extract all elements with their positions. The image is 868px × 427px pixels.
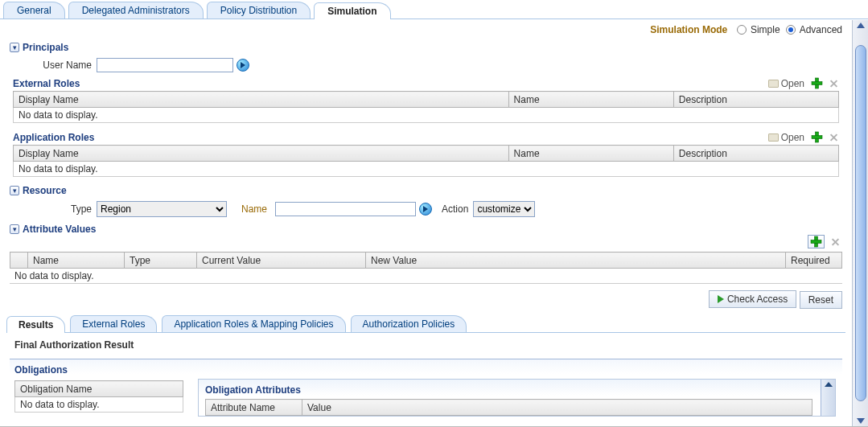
svg-rect-5 bbox=[811, 240, 821, 244]
resource-name-input[interactable] bbox=[275, 202, 416, 216]
resource-name-go-icon[interactable] bbox=[419, 203, 432, 216]
radio-simple-label: Simple bbox=[751, 24, 780, 35]
open-label: Open bbox=[781, 78, 804, 89]
obligation-attributes-scrollbar[interactable] bbox=[821, 380, 835, 416]
open-label: Open bbox=[781, 132, 804, 143]
tab-results[interactable]: Results bbox=[6, 316, 65, 333]
folder-icon bbox=[768, 80, 779, 88]
radio-advanced[interactable] bbox=[786, 25, 796, 35]
tab-simulation[interactable]: Simulation bbox=[314, 2, 390, 19]
folder-icon bbox=[768, 133, 779, 142]
attribute-values-table: Name Type Current Value New Value Requir… bbox=[10, 252, 842, 269]
scroll-thumb[interactable] bbox=[855, 45, 866, 401]
collapse-icon[interactable]: ▾ bbox=[10, 43, 19, 52]
application-roles-delete-icon[interactable] bbox=[828, 132, 839, 143]
col-required[interactable]: Required bbox=[786, 253, 842, 269]
external-roles-table: Display Name Name Description bbox=[13, 91, 839, 108]
application-roles-nodata: No data to display. bbox=[13, 162, 839, 177]
resource-title: Resource bbox=[23, 185, 67, 196]
attribute-values-nodata: No data to display. bbox=[10, 269, 842, 284]
col-value[interactable]: Value bbox=[302, 400, 812, 416]
resource-type-select[interactable]: Region bbox=[97, 201, 227, 217]
external-roles-delete-icon[interactable] bbox=[828, 78, 839, 89]
attribute-delete-icon[interactable] bbox=[829, 236, 841, 248]
external-roles-block: External Roles Open Display Name Name bbox=[13, 77, 839, 123]
reset-button[interactable]: Reset bbox=[800, 291, 842, 309]
collapse-icon[interactable]: ▾ bbox=[10, 224, 19, 234]
resource-action-label: Action bbox=[442, 203, 468, 215]
principals-title: Principals bbox=[23, 42, 68, 53]
col-description[interactable]: Description bbox=[673, 146, 838, 162]
attribute-add-button[interactable] bbox=[808, 235, 825, 248]
radio-simple[interactable] bbox=[737, 25, 747, 35]
username-label: User Name bbox=[10, 60, 97, 71]
col-obligation-name[interactable]: Obligation Name bbox=[15, 381, 183, 397]
col-name[interactable]: Name bbox=[508, 146, 673, 162]
button-bar: Check Access Reset bbox=[3, 290, 842, 309]
col-name[interactable]: Name bbox=[28, 253, 125, 269]
col-attribute-name[interactable]: Attribute Name bbox=[206, 400, 302, 416]
results-tabs: Results External Roles Application Roles… bbox=[6, 314, 845, 333]
plus-icon bbox=[810, 236, 822, 248]
external-roles-nodata: No data to display. bbox=[13, 108, 839, 123]
col-display-name[interactable]: Display Name bbox=[14, 146, 509, 162]
results-area: Final Authorization Result Obligations O… bbox=[10, 339, 842, 418]
scroll-down-icon[interactable] bbox=[857, 418, 865, 424]
application-roles-title: Application Roles bbox=[13, 132, 94, 143]
external-roles-open-link[interactable]: Open bbox=[768, 78, 804, 89]
resource-type-label: Type bbox=[10, 203, 97, 215]
collapse-icon[interactable]: ▾ bbox=[10, 186, 19, 195]
scroll-up-icon[interactable] bbox=[825, 382, 833, 387]
tab-authorization-policies[interactable]: Authorization Policies bbox=[351, 315, 467, 332]
col-type[interactable]: Type bbox=[125, 253, 197, 269]
resource-section: ▾ Resource Type Region Name Action custo… bbox=[10, 185, 842, 217]
application-roles-block: Application Roles Open Display Name Name bbox=[13, 131, 839, 177]
top-tabs: General Delegated Administrators Policy … bbox=[0, 0, 868, 19]
col-selector[interactable] bbox=[10, 253, 28, 269]
external-roles-add-icon[interactable] bbox=[811, 77, 823, 89]
resource-action-select[interactable]: customize bbox=[473, 201, 535, 217]
tab-app-roles-mapping[interactable]: Application Roles & Mapping Policies bbox=[162, 315, 345, 332]
username-input[interactable] bbox=[97, 58, 233, 72]
tab-general[interactable]: General bbox=[3, 2, 65, 18]
obligation-attributes-panel: Obligation Attributes Attribute Name Val… bbox=[198, 379, 836, 417]
col-new-value[interactable]: New Value bbox=[366, 253, 786, 269]
col-display-name[interactable]: Display Name bbox=[14, 92, 509, 108]
reset-label: Reset bbox=[808, 294, 833, 306]
tab-policy-distribution[interactable]: Policy Distribution bbox=[207, 2, 311, 18]
tab-external-roles[interactable]: External Roles bbox=[70, 315, 157, 332]
application-roles-open-link[interactable]: Open bbox=[768, 132, 804, 143]
check-access-button[interactable]: Check Access bbox=[709, 290, 796, 308]
username-go-icon[interactable] bbox=[237, 59, 249, 72]
tab-delegated-administrators[interactable]: Delegated Administrators bbox=[68, 2, 204, 18]
col-name[interactable]: Name bbox=[508, 92, 673, 108]
application-roles-table: Display Name Name Description bbox=[13, 145, 839, 162]
resource-name-label: Name bbox=[241, 203, 272, 215]
obligation-attributes-title: Obligation Attributes bbox=[205, 384, 829, 396]
simulation-mode-label: Simulation Mode bbox=[650, 24, 727, 35]
obligations-left: Obligation Name No data to display. bbox=[14, 379, 183, 413]
principals-section: ▾ Principals User Name External Roles Op… bbox=[10, 42, 842, 177]
external-roles-title: External Roles bbox=[13, 78, 80, 89]
obligations-section: Obligations Obligation Name No data to d… bbox=[10, 359, 842, 418]
application-roles-add-icon[interactable] bbox=[811, 131, 823, 143]
col-current-value[interactable]: Current Value bbox=[197, 253, 366, 269]
attribute-values-title: Attribute Values bbox=[23, 224, 96, 235]
svg-rect-3 bbox=[812, 136, 822, 139]
final-authorization-result-title: Final Authorization Result bbox=[14, 339, 837, 351]
simulation-mode-row: Simulation Mode Simple Advanced bbox=[3, 19, 849, 39]
svg-rect-1 bbox=[812, 82, 822, 85]
check-access-label: Check Access bbox=[727, 294, 788, 305]
content-area: Simulation Mode Simple Advanced ▾ Princi… bbox=[0, 19, 852, 426]
obligations-table: Obligation Name bbox=[14, 380, 183, 397]
scroll-up-icon[interactable] bbox=[857, 23, 865, 28]
obligations-title: Obligations bbox=[14, 364, 836, 376]
obligation-attributes-table: Attribute Name Value bbox=[205, 399, 812, 416]
obligations-nodata: No data to display. bbox=[14, 397, 183, 413]
attribute-values-section: ▾ Attribute Values Name Type Current Val… bbox=[10, 224, 842, 284]
col-description[interactable]: Description bbox=[673, 92, 838, 108]
radio-advanced-label: Advanced bbox=[800, 24, 842, 35]
scrollbar[interactable] bbox=[852, 20, 868, 426]
